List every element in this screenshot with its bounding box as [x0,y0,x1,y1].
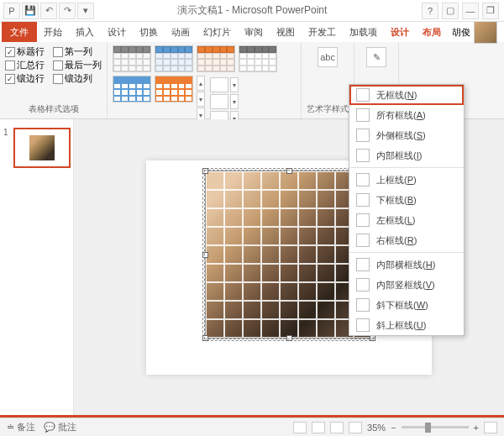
tab-addins[interactable]: 加载项 [343,23,384,42]
zoom-slider[interactable] [402,426,469,428]
style-swatch[interactable] [113,76,151,102]
checkbox-banded-columns[interactable] [53,74,63,84]
menu-inside-borders[interactable]: 内部框线(I) [349,145,464,165]
borders-dropdown-icon[interactable]: ▾ [230,94,239,109]
gallery-scroll-up-icon[interactable]: ▴ [197,76,205,91]
slide-number: 1 [3,128,8,137]
title-bar: P 💾 ↶ ↷ ▾ 演示文稿1 - Microsoft PowerPoint ?… [0,0,504,22]
tab-insert[interactable]: 插入 [69,23,101,42]
menu-no-border[interactable]: 无框线(N) [349,85,464,105]
user-avatar-icon [474,20,497,44]
borders-dropdown-menu: 无框线(N) 所有框线(A) 外侧框线(S) 内部框线(I) 上框线(P) 下框… [349,84,465,336]
sorter-view-icon[interactable] [312,422,325,433]
thumbnail-panel: 1 [0,119,74,415]
undo-icon[interactable]: ↶ [40,3,57,19]
group-table-styles: ▴▾▾ ▾ ▾ ▾ 表格样式 [108,42,302,118]
ribbon-options-icon[interactable]: ▢ [442,3,459,19]
tab-slideshow[interactable]: 幻灯片 [197,23,238,42]
style-swatch[interactable] [155,45,193,72]
style-swatch[interactable] [155,76,193,102]
tab-table-layout[interactable]: 布局 [416,23,448,42]
table-object[interactable] [205,171,373,339]
tab-home[interactable]: 开始 [37,23,69,42]
style-swatch[interactable] [197,45,235,72]
qat-dropdown-icon[interactable]: ▾ [77,3,94,19]
normal-view-icon[interactable] [293,422,307,433]
resize-handle[interactable] [286,168,292,174]
checkbox-banded-rows[interactable] [5,74,15,84]
inside-vertical-icon [356,278,370,292]
slide-thumbnail[interactable] [13,128,71,168]
tab-developer[interactable]: 开发工 [302,23,343,42]
slideshow-view-icon[interactable] [349,422,362,433]
tab-animations[interactable]: 动画 [165,23,197,42]
resize-handle[interactable] [202,252,208,258]
notes-button[interactable]: ≐ 备注 [7,421,35,433]
group-table-style-options: 标题行 第一列 汇总行 最后一列 镶边行 镶边列 表格样式选项 [0,42,108,118]
right-border-icon [356,234,370,247]
diagonal-up-icon [356,318,370,332]
all-borders-icon [356,108,370,122]
menu-left-border[interactable]: 左框线(L) [349,210,464,230]
save-icon[interactable]: 💾 [22,3,39,19]
table-styles-gallery[interactable]: ▴▾▾ ▾ ▾ ▾ [113,45,296,128]
group-label: 艺术字样式 [307,103,349,115]
menu-inside-vertical[interactable]: 内部竖框线(V) [349,275,464,295]
shading-button[interactable] [210,77,228,92]
restore-icon[interactable]: ❐ [482,3,499,19]
shading-dropdown-icon[interactable]: ▾ [230,77,239,92]
resize-handle[interactable] [202,335,208,341]
menu-diagonal-up[interactable]: 斜上框线(U) [349,315,464,335]
menu-right-border[interactable]: 右框线(R) [349,230,464,250]
borders-button[interactable] [210,94,228,109]
menu-bottom-border[interactable]: 下框线(B) [349,190,464,210]
pen-icon: ✎ [366,47,386,67]
menu-top-border[interactable]: 上框线(P) [349,170,464,190]
zoom-in-icon[interactable]: + [474,423,479,433]
tab-table-design[interactable]: 设计 [384,23,416,42]
minimize-icon[interactable]: — [462,3,479,19]
checkbox-header-row[interactable] [5,47,15,57]
comments-button[interactable]: 💬 批注 [44,421,76,433]
wordart-button[interactable]: abc [312,45,343,69]
menu-outside-borders[interactable]: 外侧框线(S) [349,125,464,145]
style-swatch[interactable] [239,45,277,72]
file-tab[interactable]: 文件 [2,22,37,42]
help-icon[interactable]: ? [422,3,438,19]
gallery-scroll-down-icon[interactable]: ▾ [197,92,205,107]
group-label: 表格样式选项 [29,103,79,115]
draw-border-button[interactable]: ✎ [361,45,391,69]
style-swatch[interactable] [113,45,151,72]
wordart-icon: abc [318,47,338,67]
tab-design[interactable]: 设计 [101,23,133,42]
table-grid [206,171,372,338]
group-wordart-styles: abc 艺术字样式 [302,42,354,118]
zoom-level[interactable]: 35% [367,423,386,433]
ribbon-tabs: 文件 开始 插入 设计 切换 动画 幻灯片 审阅 视图 开发工 加载项 设计 布… [0,22,504,42]
zoom-out-icon[interactable]: − [391,423,396,433]
checkbox-total-row[interactable] [5,60,15,71]
status-bar: ≐ 备注 💬 批注 35% − + [0,418,504,436]
tab-transitions[interactable]: 切换 [133,23,165,42]
powerpoint-icon[interactable]: P [3,3,20,19]
reading-view-icon[interactable] [330,422,344,433]
diagonal-down-icon [356,298,370,312]
tab-view[interactable]: 视图 [270,23,302,42]
resize-handle[interactable] [202,168,208,174]
redo-icon[interactable]: ↷ [59,3,76,19]
menu-all-borders[interactable]: 所有框线(A) [349,105,464,125]
left-border-icon [356,213,370,227]
resize-handle[interactable] [286,335,292,341]
checkbox-last-column[interactable] [53,60,63,71]
inside-horizontal-icon [356,258,370,271]
menu-diagonal-down[interactable]: 斜下框线(W) [349,295,464,315]
menu-separator [349,167,464,168]
checkbox-first-column[interactable] [53,47,63,57]
menu-inside-horizontal[interactable]: 内部横框线(H) [349,255,464,275]
bottom-border-icon [356,193,370,207]
user-area[interactable]: 胡俊 [452,20,502,44]
fit-window-icon[interactable] [484,422,497,433]
tab-review[interactable]: 审阅 [238,23,270,42]
menu-separator [349,252,464,253]
thumbnail-image [29,135,55,160]
